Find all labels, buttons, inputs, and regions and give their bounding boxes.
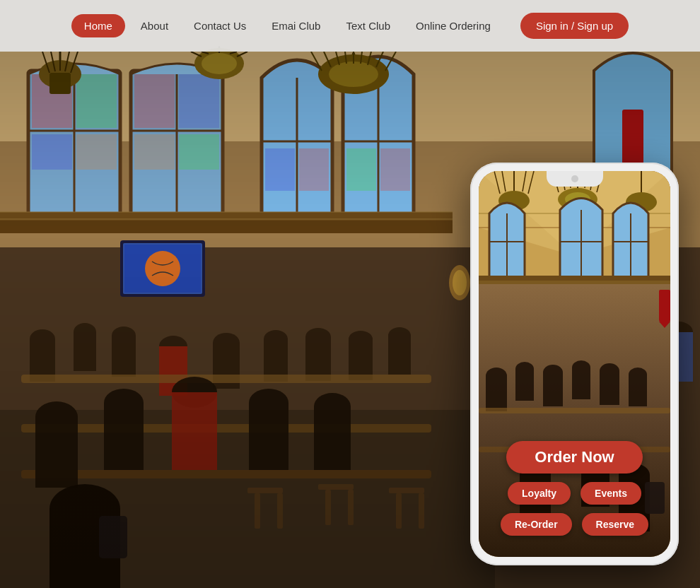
nav-email-club[interactable]: Emai Club xyxy=(262,14,330,37)
events-button[interactable]: Events xyxy=(581,482,641,505)
signin-button[interactable]: Sign in / Sign up xyxy=(520,13,629,39)
svg-rect-158 xyxy=(515,369,534,401)
nav-about[interactable]: About xyxy=(131,14,178,37)
phone-mockup: Order Now Loyalty Events Re-Order Reserv… xyxy=(470,163,679,565)
phone-overlay-buttons: Order Now Loyalty Events Re-Order Reserv… xyxy=(479,441,670,536)
reorder-button[interactable]: Re-Order xyxy=(501,513,572,536)
phone-screen: Order Now Loyalty Events Re-Order Reserv… xyxy=(479,171,670,557)
svg-rect-166 xyxy=(629,375,647,406)
phone-notch xyxy=(547,171,603,187)
svg-rect-160 xyxy=(543,372,563,406)
phone-camera xyxy=(571,175,578,182)
nav-online-ordering[interactable]: Online Ordering xyxy=(406,14,501,37)
nav-contact[interactable]: Contact Us xyxy=(184,14,256,37)
phone-frame: Order Now Loyalty Events Re-Order Reserv… xyxy=(470,163,679,565)
navbar: Home About Contact Us Emai Club Text Clu… xyxy=(0,0,700,52)
phone-btn-row-2: Re-Order Reserve xyxy=(501,513,648,536)
svg-rect-167 xyxy=(479,408,670,413)
loyalty-button[interactable]: Loyalty xyxy=(508,482,571,505)
reserve-button[interactable]: Reserve xyxy=(582,513,649,536)
hero-section: Order Now Loyalty Events Re-Order Reserv… xyxy=(0,0,700,588)
svg-rect-162 xyxy=(572,368,590,399)
svg-rect-156 xyxy=(486,376,507,411)
nav-home[interactable]: Home xyxy=(71,14,125,37)
svg-rect-164 xyxy=(600,371,619,405)
nav-text-club[interactable]: Text Club xyxy=(336,14,400,37)
svg-rect-169 xyxy=(659,290,670,322)
order-now-button[interactable]: Order Now xyxy=(506,441,642,474)
phone-btn-row-1: Loyalty Events xyxy=(508,482,641,505)
